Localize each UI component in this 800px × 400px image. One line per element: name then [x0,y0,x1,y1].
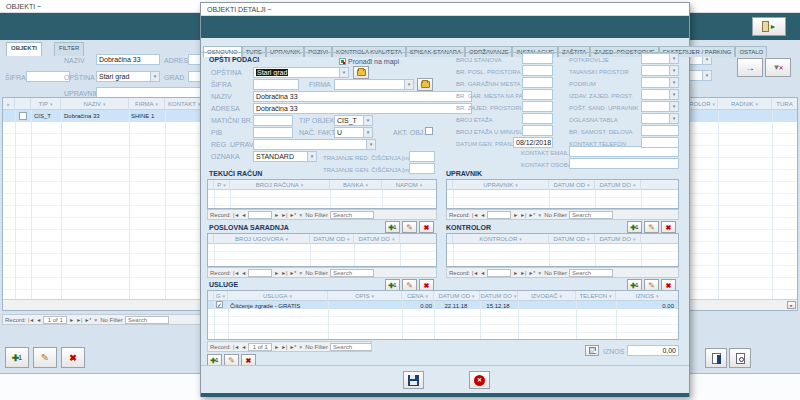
br-gar-mesta-parcela-input[interactable] [522,89,553,100]
new-record-button[interactable]: ►* [289,344,296,350]
broj-etaza-input[interactable] [522,113,553,124]
dlg-oznaka-combo[interactable]: STANDARD▾ [253,151,317,162]
tavanski-prostor-combo[interactable]: ▾ [641,65,679,76]
dlg-opstina-combo[interactable]: Stari grad▾ [253,67,349,78]
upravnik-add-button[interactable]: ✚1 [627,221,642,233]
search-input[interactable] [330,343,372,351]
chevron-down-icon[interactable]: ▾ [669,102,678,111]
usluge-col-datum-od[interactable]: DATUM OD▾ [434,291,480,301]
tekuci-delete-button[interactable]: ✖ [419,221,434,233]
upravnik-col-upravnik[interactable]: UPRAVNIK▾ [453,180,549,190]
prev-record-button[interactable]: ◄ [241,212,246,218]
new-record-button[interactable]: ►* [289,270,296,276]
last-record-button[interactable]: ►| [281,344,287,350]
dlg-maticni-input[interactable] [253,115,293,126]
checkbox-column-header[interactable] [15,98,31,110]
search-input[interactable] [125,316,169,324]
exit-button[interactable]: ► [752,17,786,36]
usluge-col-iznos[interactable]: IZNOS▾ [616,291,678,301]
chevron-down-icon[interactable]: ▾ [366,140,375,149]
potkrovlje-combo[interactable]: ▾ [641,53,679,64]
chevron-down-icon[interactable]: ▾ [363,116,372,125]
prev-record-button[interactable]: ◄ [241,270,246,276]
usluge-col-usluga[interactable]: USLUGA▾ [228,291,328,301]
br-zajed-prostorija-input[interactable] [522,101,553,112]
br-samost-delova-input[interactable] [641,125,679,136]
tekuci-col-banka[interactable]: BANKA▾ [330,180,382,190]
column-header-tip[interactable]: TIP▾ [31,98,61,110]
search-input[interactable] [569,211,613,219]
chevron-down-icon[interactable]: ▾ [669,78,678,87]
broj-etaza-minus-input[interactable] [522,125,553,136]
upravnik-edit-button[interactable]: ✎ [644,221,659,233]
firma-lookup-button[interactable] [417,78,433,91]
save-button[interactable] [403,371,424,389]
dlg-adresa-input[interactable]: Dobračina 33 [253,103,472,114]
prev-record-button[interactable]: ◄ [480,270,485,276]
new-record-button[interactable]: ►* [289,212,296,218]
column-header-naziv[interactable]: NAZIV▾ [61,98,129,110]
dlg-reg-uprav-combo[interactable]: ▾ [253,139,376,150]
chevron-down-icon[interactable]: ▾ [702,71,711,80]
last-record-button[interactable]: ►| [281,212,287,218]
dlg-nac-faktu-combo[interactable]: U▾ [334,127,373,138]
column-header-radnik[interactable]: RADNIK▾ [718,98,772,110]
upravnik-delete-button[interactable]: ✖ [661,221,676,233]
tekuci-col-p[interactable]: P▾ [214,180,230,190]
kontrolor-col-datum-do[interactable]: DATUM DO▾ [595,234,641,244]
usluge-col-datum-do[interactable]: DATUM DO▾ [480,291,518,301]
prev-record-button[interactable]: ◄ [241,344,246,350]
opstina-filter-combo[interactable]: Stari grad▾ [96,71,160,82]
kontakt-osoba-input[interactable] [569,158,679,169]
chevron-down-icon[interactable]: ▾ [669,54,678,63]
prev-record-button[interactable]: ◄ [36,317,41,323]
usluge-row-checkbox[interactable]: ✓ [216,301,223,308]
poslovna-col-datum-od[interactable]: DATUM OD▾ [310,234,354,244]
column-header-firma[interactable]: FIRMA▾ [129,98,165,110]
opstina-lookup-button[interactable] [353,66,369,79]
chevron-down-icon[interactable]: ▾ [669,114,678,123]
last-record-button[interactable]: ►| [520,270,526,276]
add-record-button[interactable]: ✚1 [5,347,29,368]
tab-ostalo[interactable]: OSTALO [735,46,767,57]
new-record-button[interactable]: ►* [528,212,535,218]
new-record-button[interactable]: ►* [528,270,535,276]
izdav-zajed-prost-combo[interactable]: ▾ [641,89,679,100]
dlg-sifra-input[interactable] [253,79,299,90]
recalculate-iznos-button[interactable] [585,345,599,356]
column-header-tura[interactable]: TURA [772,98,797,110]
first-record-button[interactable]: |◄ [233,270,239,276]
chevron-down-icon[interactable]: ▾ [339,68,348,77]
find-on-map-link[interactable]: Pronađi na mapi [339,58,399,65]
scroll-right-button[interactable]: ► [787,301,796,309]
tekuci-add-button[interactable]: ✚1 [385,221,400,233]
first-record-button[interactable]: |◄ [233,344,239,350]
kontakt-telefon-input[interactable] [641,137,679,148]
search-input[interactable] [330,211,374,219]
chevron-down-icon[interactable]: ▾ [404,80,413,89]
first-record-button[interactable]: |◄ [472,212,478,218]
datum-gen-pranja-input[interactable]: 08/12/2018 [513,137,553,148]
tab-filter[interactable]: FILTER [54,42,84,56]
next-record-button[interactable]: ► [274,212,279,218]
last-record-button[interactable]: ►| [281,270,287,276]
usluge-col-cena[interactable]: CENA▾ [402,291,434,301]
usluge-col-izvodjac[interactable]: IZVOĐAČ▾ [518,291,576,301]
broj-stanova-input[interactable] [522,53,553,64]
kontrolor-col-kontrolor[interactable]: KONTROLOR▾ [453,234,549,244]
usluge-row-selected[interactable]: ✓ Čišćenje zgrade - GRATIS 0.00 22.11.18… [208,301,678,309]
next-record-button[interactable]: ► [274,270,279,276]
usluge-col-g[interactable]: G▾ [214,291,228,301]
export-button[interactable] [705,348,727,368]
dlg-akt-obj-checkbox[interactable] [425,127,433,135]
dlg-gen-ciscenja-input[interactable] [409,163,435,174]
apply-filter-button[interactable]: → [737,58,763,77]
chevron-down-icon[interactable]: ▾ [363,128,372,137]
chevron-down-icon[interactable]: ▾ [150,72,159,81]
usluge-col-opis[interactable]: OPIS▾ [328,291,402,301]
prev-record-button[interactable]: ◄ [480,212,485,218]
dlg-firma-combo[interactable]: ▾ [334,79,414,90]
next-record-button[interactable]: ► [513,270,518,276]
chevron-down-icon[interactable]: ▾ [307,152,316,161]
tekuci-col-broj-racuna[interactable]: BROJ RAČUNA▾ [230,180,330,190]
